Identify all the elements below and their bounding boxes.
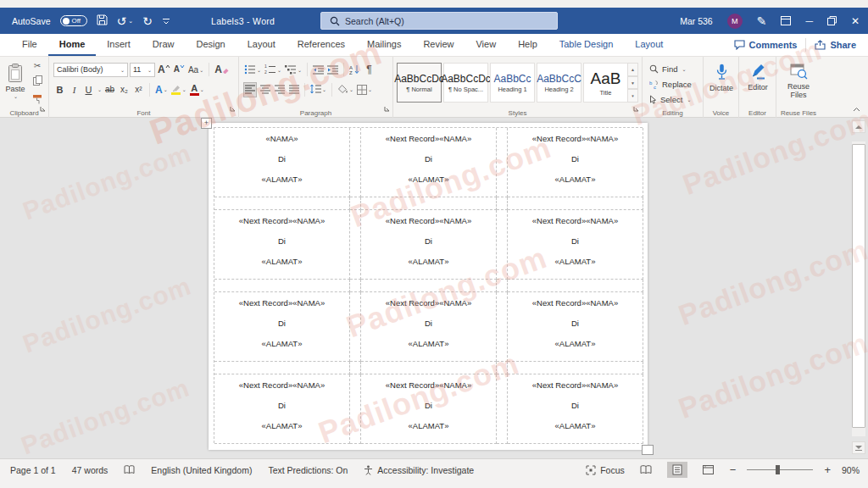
clear-formatting-button[interactable]: A bbox=[214, 62, 230, 77]
strikethrough-button[interactable]: ab bbox=[103, 82, 116, 97]
copy-button[interactable] bbox=[33, 74, 42, 89]
clipboard-dialog-launcher-icon[interactable] bbox=[40, 100, 46, 115]
zoom-out-button[interactable]: − bbox=[730, 463, 737, 476]
scroll-up-button[interactable] bbox=[852, 120, 865, 133]
undo-button[interactable]: ↺ ⌄ bbox=[117, 15, 134, 27]
style-card-normal[interactable]: AaBbCcDc¶ Normal bbox=[397, 63, 442, 103]
style-card-heading-2[interactable]: AaBbCcCHeading 2 bbox=[537, 63, 581, 103]
print-layout-button[interactable] bbox=[667, 462, 687, 478]
italic-button[interactable]: I bbox=[68, 82, 81, 97]
decrease-indent-button[interactable] bbox=[312, 62, 325, 77]
avatar[interactable]: M bbox=[727, 14, 743, 29]
label-cell[interactable]: «Next Record»«NAMA»Di«ALAMAT» bbox=[508, 292, 643, 362]
tab-mailings[interactable]: Mailings bbox=[356, 34, 412, 56]
superscript-button[interactable]: x² bbox=[132, 82, 145, 97]
text-predictions-indicator[interactable]: Text Predictions: On bbox=[268, 465, 348, 475]
redo-button[interactable]: ↻ bbox=[142, 15, 153, 27]
dictate-button[interactable]: Dictate bbox=[704, 57, 739, 92]
table-resize-handle[interactable] bbox=[642, 445, 654, 455]
tab-help[interactable]: Help bbox=[507, 34, 548, 56]
zoom-slider-thumb[interactable] bbox=[776, 465, 780, 474]
underline-caret-icon[interactable]: ⌄ bbox=[97, 86, 102, 92]
label-cell[interactable]: «Next Record»«NAMA»Di«ALAMAT» bbox=[361, 128, 497, 197]
minimize-button[interactable]: ─ bbox=[805, 15, 813, 27]
autosave-toggle[interactable]: Off bbox=[60, 15, 87, 26]
label-cell[interactable]: «Next Record»«NAMA»Di«ALAMAT» bbox=[361, 374, 497, 444]
cut-button[interactable]: ✂ bbox=[34, 61, 41, 70]
accessibility-status[interactable]: Accessibility: Investigate bbox=[364, 465, 474, 475]
styles-dialog-launcher-icon[interactable] bbox=[633, 100, 639, 115]
user-name[interactable]: Mar 536 bbox=[680, 16, 713, 26]
scrollbar-track[interactable] bbox=[852, 141, 865, 436]
shading-button[interactable]: ⌄ bbox=[337, 82, 354, 97]
borders-button[interactable]: ⌄ bbox=[356, 82, 373, 97]
collapse-ribbon-icon[interactable] bbox=[853, 100, 860, 115]
paragraph-dialog-launcher-icon[interactable] bbox=[384, 100, 390, 115]
web-layout-button[interactable] bbox=[698, 462, 719, 478]
align-right-button[interactable] bbox=[273, 82, 286, 97]
label-cell[interactable]: «NAMA»Di«ALAMAT» bbox=[214, 128, 350, 197]
label-cell[interactable]: «Next Record»«NAMA»Di«ALAMAT» bbox=[214, 210, 350, 280]
style-card-no-spac[interactable]: AaBbCcDc¶ No Spac... bbox=[443, 63, 488, 103]
label-cell[interactable]: «Next Record»«NAMA»Di«ALAMAT» bbox=[508, 374, 643, 444]
increase-indent-button[interactable] bbox=[326, 62, 339, 77]
find-button[interactable]: Find⌄ bbox=[649, 62, 692, 76]
language-indicator[interactable]: English (United Kingdom) bbox=[151, 465, 252, 475]
share-button[interactable]: Share bbox=[815, 40, 856, 50]
multilevel-list-button[interactable]: ⌄ bbox=[284, 62, 303, 77]
tab-view[interactable]: View bbox=[465, 34, 507, 56]
justify-button[interactable] bbox=[287, 82, 300, 97]
tab-file[interactable]: File bbox=[11, 34, 48, 56]
search-input[interactable] bbox=[345, 16, 540, 26]
replace-button[interactable]: bcReplace bbox=[649, 77, 692, 92]
sort-button[interactable]: AZ bbox=[348, 62, 361, 77]
select-button[interactable]: Select⌄ bbox=[649, 92, 692, 107]
scrollbar-thumb[interactable] bbox=[852, 144, 865, 428]
bold-button[interactable]: B bbox=[53, 82, 66, 97]
customize-toolbar-icon[interactable] bbox=[162, 14, 170, 29]
label-cell[interactable]: «Next Record»«NAMA»Di«ALAMAT» bbox=[361, 210, 497, 280]
numbering-button[interactable]: 12⌄ bbox=[264, 62, 282, 77]
restore-button[interactable] bbox=[827, 14, 837, 29]
highlight-button[interactable]: ⌄ bbox=[170, 82, 187, 97]
table-move-handle[interactable]: + bbox=[201, 118, 212, 129]
label-cell[interactable]: «Next Record»«NAMA»Di«ALAMAT» bbox=[508, 210, 643, 280]
zoom-level[interactable]: 90% bbox=[842, 465, 860, 475]
show-hide-pilcrow-button[interactable]: ¶ bbox=[363, 62, 376, 77]
read-mode-button[interactable] bbox=[636, 462, 656, 478]
gallery-up-icon[interactable]: ▲ bbox=[627, 63, 638, 76]
tab-insert[interactable]: Insert bbox=[96, 34, 142, 56]
zoom-in-button[interactable]: + bbox=[824, 463, 831, 476]
font-color-button[interactable]: A⌄ bbox=[189, 82, 205, 97]
tab-layout[interactable]: Layout bbox=[236, 34, 287, 56]
search-box[interactable] bbox=[320, 12, 558, 30]
align-center-button[interactable] bbox=[259, 82, 271, 97]
label-cell[interactable]: «Next Record»«NAMA»Di«ALAMAT» bbox=[214, 374, 350, 444]
close-button[interactable]: ✕ bbox=[851, 15, 860, 27]
tab-references[interactable]: References bbox=[287, 34, 356, 56]
gallery-down-icon[interactable]: ▼ bbox=[627, 76, 638, 90]
document-page[interactable]: + «NAMA»Di«ALAMAT»«Next Record»«NAMA»Di«… bbox=[209, 123, 648, 450]
vertical-scrollbar[interactable] bbox=[851, 118, 866, 458]
label-cell[interactable]: «Next Record»«NAMA»Di«ALAMAT» bbox=[214, 292, 350, 362]
label-cell[interactable]: «Next Record»«NAMA»Di«ALAMAT» bbox=[508, 128, 643, 197]
tab-home[interactable]: Home bbox=[48, 34, 97, 56]
zoom-slider[interactable] bbox=[747, 469, 813, 470]
subscript-button[interactable]: x₂ bbox=[118, 82, 131, 97]
style-card-title[interactable]: AaBTitle bbox=[583, 63, 628, 103]
style-card-heading-1[interactable]: AaBbCcHeading 1 bbox=[490, 63, 535, 103]
comments-button[interactable]: Comments bbox=[734, 40, 798, 50]
pen-icon[interactable]: ✎ bbox=[757, 15, 767, 27]
save-icon[interactable] bbox=[97, 14, 108, 29]
proofing-button[interactable] bbox=[124, 465, 135, 474]
tab-design[interactable]: Design bbox=[185, 34, 236, 56]
underline-button[interactable]: U bbox=[82, 82, 95, 97]
align-left-button[interactable] bbox=[243, 82, 257, 97]
tab-review[interactable]: Review bbox=[412, 34, 465, 56]
reuse-files-button[interactable]: Reuse Files bbox=[776, 57, 821, 100]
focus-button[interactable]: Focus bbox=[586, 465, 625, 475]
font-dialog-launcher-icon[interactable] bbox=[230, 100, 236, 115]
line-spacing-button[interactable]: ⌄ bbox=[309, 82, 327, 97]
word-count[interactable]: 47 words bbox=[72, 465, 108, 475]
ribbon-display-options-icon[interactable] bbox=[781, 14, 791, 29]
